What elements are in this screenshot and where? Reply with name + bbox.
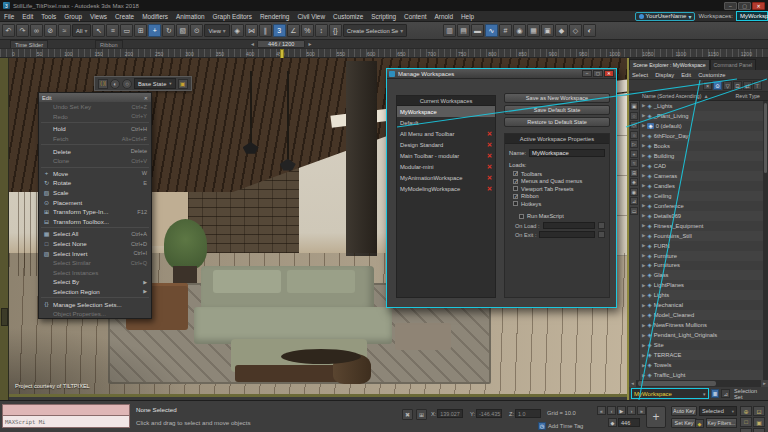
named-selection-sets-dropdown[interactable]: Create Selection Se▾ [343, 24, 407, 37]
edit-menu-item-rotate[interactable]: ↻RotateE [39, 178, 151, 188]
display-groups-icon[interactable]: ⊞ [630, 169, 638, 177]
delete-workspace-icon[interactable]: ✕ [487, 141, 492, 149]
menu-arnold[interactable]: Arnold [430, 11, 456, 21]
expand-arrow-icon[interactable]: ▶ [642, 103, 645, 108]
selection-set-edit-icon[interactable]: ⊿ [721, 389, 730, 398]
window-crossing-icon[interactable]: ⊞ [134, 24, 147, 37]
checkbox-icon[interactable] [513, 201, 518, 206]
workspace-row[interactable]: MyModelingWorkspace✕ [397, 183, 495, 194]
base-state-dropdown[interactable]: Base State ▾ [134, 78, 176, 89]
maximize-button[interactable]: ▢ [738, 2, 751, 10]
go-to-start-button[interactable]: « [597, 406, 606, 415]
expand-arrow-icon[interactable]: ▶ [642, 193, 645, 198]
unlink-selection-icon[interactable]: ⊘ [44, 24, 57, 37]
layer-row[interactable]: ▶◈_Lights [640, 101, 768, 111]
sync-selection-icon[interactable]: ⇄ [743, 81, 752, 90]
scroll-right-icon[interactable]: ► [761, 380, 768, 387]
explorer-menu-edit[interactable]: Edit [678, 72, 694, 78]
expand-arrow-icon[interactable]: ▶ [642, 123, 645, 128]
layer-row[interactable]: ▶◈Details069 [640, 211, 768, 221]
load-option-viewport-tab-presets[interactable]: Viewport Tab Presets [505, 185, 609, 193]
layer-row[interactable]: ▶◈Traffic_Light [640, 370, 768, 380]
search-icon[interactable]: ⊙ [713, 81, 722, 90]
on-load-field[interactable] [543, 222, 595, 229]
minimize-button[interactable]: – [724, 2, 737, 10]
track-bar-ruler[interactable]: 0501001502002503003504004505005506006507… [0, 48, 768, 58]
close-button[interactable]: ✕ [752, 2, 765, 10]
edit-menu-item-move[interactable]: +MoveW [39, 169, 151, 179]
load-option-hotkeys[interactable]: Hotkeys [505, 200, 609, 208]
key-filters-button[interactable]: Key Filters... [706, 418, 737, 428]
rendered-frame-window-icon[interactable]: ▣ [541, 24, 554, 37]
layer-row[interactable]: ▶◈Pendant_Light_Originals [640, 330, 768, 340]
delete-workspace-icon[interactable]: ✕ [487, 163, 492, 171]
display-shapes-icon[interactable]: ◇ [630, 121, 638, 129]
set-keys-button[interactable]: + [646, 406, 666, 428]
expand-arrow-icon[interactable]: ▶ [642, 273, 645, 278]
render-setup-icon[interactable]: ▦ [527, 24, 540, 37]
toggle-ribbon-icon[interactable]: ▬ [471, 24, 484, 37]
bind-to-space-warp-icon[interactable]: ≈ [58, 24, 71, 37]
edit-menu-item-clone[interactable]: CloneCtrl+V [39, 156, 151, 166]
edit-menu-item-undo-set-key[interactable]: Undo Set KeyCtrl+Z [39, 102, 151, 112]
layer-row[interactable]: ▶◈Fountains_Still [640, 231, 768, 241]
clear-search-icon[interactable]: × [703, 81, 712, 90]
menu-file[interactable]: File [0, 11, 18, 21]
edit-menu-item-select-similar[interactable]: Select SimilarCtrl+Q [39, 258, 151, 268]
menu-tools[interactable]: Tools [37, 11, 60, 21]
select-and-rotate-icon[interactable]: ↻ [162, 24, 175, 37]
delete-workspace-icon[interactable]: ✕ [487, 152, 492, 160]
explorer-menu-select[interactable]: Select [629, 72, 651, 78]
workspace-name-field[interactable]: MyWorkspace [529, 149, 605, 157]
selection-lock-toggle[interactable]: ✖ [402, 409, 413, 420]
expand-arrow-icon[interactable]: ▶ [642, 323, 645, 328]
type-column-header[interactable]: Revit Type [736, 93, 760, 99]
checkbox-icon[interactable] [513, 179, 518, 184]
expand-arrow-icon[interactable]: ▶ [642, 363, 645, 368]
absolute-mode-toggle[interactable]: ⊞ [416, 409, 427, 420]
pick-parent-icon[interactable]: ▽ [723, 81, 732, 90]
expand-arrow-icon[interactable]: ▶ [642, 343, 645, 348]
listener-field[interactable]: MAXScript Mi [2, 416, 130, 428]
scroll-left-icon[interactable]: ◄ [629, 380, 636, 387]
expand-arrow-icon[interactable]: ▶ [642, 333, 645, 338]
vertical-scrollbar[interactable] [763, 101, 768, 380]
set-key-button[interactable]: Set Key [671, 418, 697, 428]
render-production-icon[interactable]: ◆ [555, 24, 568, 37]
edit-menu-item-manage-selection-sets[interactable]: {}Manage Selection Sets... [39, 299, 151, 309]
layer-row[interactable]: ▶◈Fitness_Equipment [640, 221, 768, 231]
y-field[interactable]: -146.435 [476, 409, 502, 418]
load-option-toolbars[interactable]: Toolbars [505, 170, 609, 178]
scrollbar-thumb[interactable] [764, 103, 767, 173]
play-button[interactable]: ▶ [617, 406, 626, 415]
layer-row[interactable]: ▶◈Candles [640, 181, 768, 191]
expand-arrow-icon[interactable]: ▶ [642, 233, 645, 238]
z-field[interactable]: 1.0 [515, 409, 541, 418]
menu-edit[interactable]: Edit [18, 11, 37, 21]
display-geometry-icon[interactable]: ○ [630, 112, 638, 120]
zoom-extents-button[interactable]: □ [740, 417, 752, 427]
display-spacewarps-icon[interactable]: ≈ [630, 159, 638, 167]
workspace-row[interactable]: Default [397, 117, 495, 128]
expand-arrow-icon[interactable]: ▶ [642, 243, 645, 248]
layer-row[interactable]: ▶◈Furnitures [640, 261, 768, 271]
select-by-name-icon[interactable]: ≡ [106, 24, 119, 37]
edit-menu-item-object-properties[interactable]: Object Properties... [39, 309, 151, 319]
load-option-menus-and-quad-menus[interactable]: Menus and Quad menus [505, 178, 609, 186]
expand-arrow-icon[interactable]: ▶ [642, 293, 645, 298]
display-containers-icon[interactable]: ▭ [630, 207, 638, 215]
selection-filter-dropdown[interactable]: All▾ [72, 24, 91, 37]
delete-workspace-icon[interactable]: ✕ [487, 185, 492, 193]
explorer-column-headers[interactable]: Name (Sorted Ascending) ▲ Revit Type [629, 92, 768, 101]
tab-time-slider[interactable]: Time Slider [10, 40, 48, 48]
edit-menu-item-hold[interactable]: HoldCtrl+H [39, 124, 151, 134]
edit-menu-item-transform-toolbox[interactable]: ⊟Transform Toolbox... [39, 217, 151, 227]
display-everything-icon[interactable]: ▣ [630, 102, 638, 110]
menu-group[interactable]: Group [60, 11, 86, 21]
menu-customize[interactable]: Customize [329, 11, 367, 21]
select-and-move-icon[interactable]: + [148, 24, 161, 37]
horizontal-scrollbar[interactable]: ◄ ► [629, 380, 768, 387]
load-option-ribbon[interactable]: Ribbon [505, 193, 609, 201]
layer-row[interactable]: ▶◈_Plant_Living [640, 111, 768, 121]
save-as-new-workspace-button[interactable]: Save as New Workspace [504, 93, 610, 103]
